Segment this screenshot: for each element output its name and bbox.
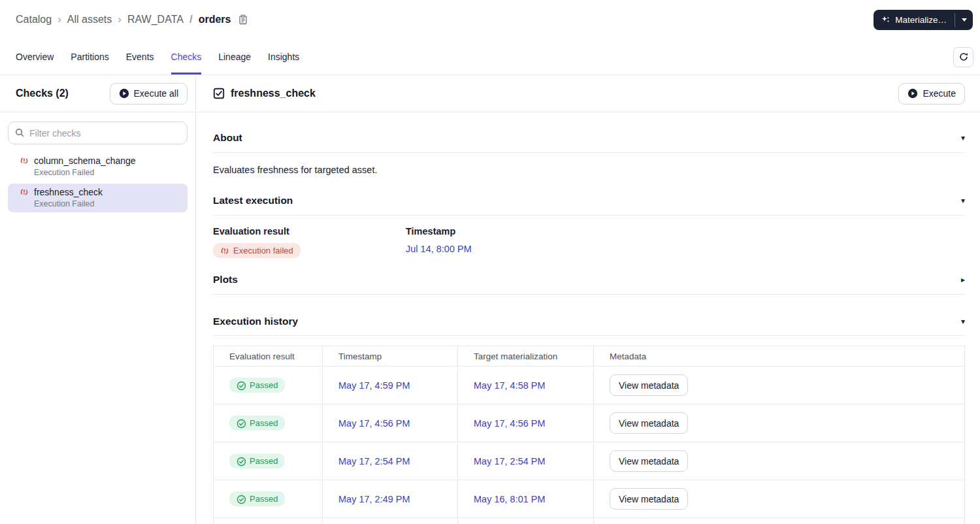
check-item-name: column_schema_change [34, 156, 136, 166]
check-item-status: Execution Failed [34, 168, 182, 177]
breadcrumb-catalog[interactable]: Catalog [16, 14, 52, 25]
refresh-button[interactable] [953, 47, 973, 67]
execute-all-label: Execute all [134, 88, 178, 99]
check-list: column_schema_changeExecution Failedfres… [0, 152, 195, 212]
chevron-right-icon[interactable]: ▸ [961, 276, 965, 284]
check-detail-panel: freshness_check Execute About ▾ Evaluate… [196, 75, 980, 524]
view-metadata-button[interactable]: View metadata [610, 488, 688, 510]
evaluation-result-label: Evaluation result [213, 226, 406, 237]
check-list-item-column_schema_change[interactable]: column_schema_changeExecution Failed [8, 152, 188, 181]
execution-history-section-header: Execution history ▾ [213, 295, 965, 335]
check-detail-title: freshness_check [231, 88, 316, 99]
tab-partitions[interactable]: Partitions [71, 39, 108, 74]
filter-checks-input[interactable] [8, 122, 188, 144]
refresh-icon [958, 52, 969, 62]
execution-history-title: Execution history [213, 316, 298, 327]
sync-error-icon [20, 188, 29, 197]
table-row: PassedMay 17, 2:49 PMMay 16, 8:01 PMView… [214, 480, 965, 518]
check-list-item-freshness_check[interactable]: freshness_checkExecution Failed [8, 184, 188, 212]
tab-bar: OverviewPartitionsEventsChecksLineageIns… [0, 39, 980, 75]
play-circle-icon [907, 88, 918, 99]
table-header-row: Evaluation resultTimestampTarget materia… [214, 346, 965, 367]
chevron-down-icon[interactable]: ▾ [961, 134, 965, 142]
materialize-split-button: Materialize… [874, 10, 973, 30]
check-item-name: freshness_check [34, 187, 103, 197]
passed-badge: Passed [229, 416, 285, 431]
target-materialization-link[interactable]: May 17, 4:56 PM [474, 418, 546, 429]
check-circle-icon [237, 495, 246, 504]
passed-badge: Passed [229, 378, 285, 393]
breadcrumb: Catalog › All assets › RAW_DATA / orders [16, 13, 248, 26]
plots-title: Plots [213, 274, 238, 286]
execution-history-table: Evaluation resultTimestampTarget materia… [213, 346, 965, 524]
caret-down-icon [962, 18, 967, 22]
about-title: About [213, 132, 242, 144]
execute-label: Execute [923, 88, 956, 99]
table-row: PassedMay 17, 2:54 PMMay 17, 2:54 PMView… [214, 442, 965, 480]
chevron-down-icon[interactable]: ▾ [961, 318, 965, 325]
column-header-timestamp: Timestamp [323, 346, 458, 367]
checks-count-title: Checks (2) [16, 88, 69, 99]
sync-error-icon [20, 156, 29, 165]
check-circle-icon [237, 381, 246, 390]
checks-sidebar: Checks (2) Execute all column_schema_cha… [0, 75, 196, 524]
tab-insights[interactable]: Insights [268, 39, 299, 74]
tab-bar-tabs: OverviewPartitionsEventsChecksLineageIns… [16, 39, 299, 74]
tab-checks[interactable]: Checks [171, 39, 202, 74]
execute-all-button[interactable]: Execute all [110, 83, 188, 105]
checkbox-check-icon [213, 88, 225, 99]
play-circle-icon [119, 88, 129, 99]
table-row-partial [214, 518, 965, 524]
about-section-header: About ▾ [213, 112, 965, 152]
breadcrumb-asset-name: orders [199, 14, 231, 25]
check-circle-icon [237, 457, 246, 466]
timestamp-label: Timestamp [406, 226, 472, 237]
table-row: PassedMay 17, 4:56 PMMay 17, 4:56 PMView… [214, 404, 965, 442]
about-description: Evaluates freshness for targeted asset. [213, 153, 965, 175]
tab-events[interactable]: Events [126, 39, 154, 74]
plots-section-header: Plots ▸ [213, 258, 965, 294]
column-header-evaluation-result: Evaluation result [214, 346, 323, 367]
materialize-button-label: Materialize… [895, 15, 947, 25]
top-header: Catalog › All assets › RAW_DATA / orders… [0, 0, 980, 39]
execution-timestamp-link[interactable]: May 17, 4:56 PM [338, 418, 410, 429]
sparkle-icon [881, 15, 890, 24]
sync-error-icon [220, 246, 229, 255]
execution-timestamp-link[interactable]: May 17, 2:54 PM [338, 456, 410, 467]
column-header-metadata: Metadata [594, 346, 965, 367]
breadcrumb-separator: › [57, 14, 61, 26]
execution-failed-badge: Execution failed [213, 243, 301, 258]
passed-badge: Passed [229, 491, 285, 506]
materialize-dropdown-button[interactable] [955, 10, 973, 30]
latest-execution-title: Latest execution [213, 195, 293, 206]
breadcrumb-asset-group[interactable]: RAW_DATA [127, 14, 184, 25]
tab-lineage[interactable]: Lineage [218, 39, 251, 74]
check-circle-icon [237, 419, 246, 428]
execute-button[interactable]: Execute [898, 83, 965, 105]
table-row: PassedMay 17, 4:59 PMMay 17, 4:58 PMView… [214, 367, 965, 404]
latest-execution-section-header: Latest execution ▾ [213, 175, 965, 215]
view-metadata-button[interactable]: View metadata [610, 374, 688, 396]
materialize-button[interactable]: Materialize… [874, 10, 955, 30]
search-icon [14, 127, 25, 138]
breadcrumb-separator: › [118, 14, 122, 26]
view-metadata-button[interactable]: View metadata [610, 450, 688, 472]
execution-timestamp-link[interactable]: May 17, 4:59 PM [338, 380, 410, 391]
chevron-down-icon[interactable]: ▾ [961, 197, 965, 205]
table-body: PassedMay 17, 4:59 PMMay 17, 4:58 PMView… [214, 367, 965, 524]
tab-overview[interactable]: Overview [16, 39, 54, 74]
breadcrumb-all-assets[interactable]: All assets [67, 14, 112, 25]
target-materialization-link[interactable]: May 17, 4:58 PM [474, 380, 546, 391]
target-materialization-link[interactable]: May 16, 8:01 PM [474, 494, 546, 504]
latest-timestamp-link[interactable]: Jul 14, 8:00 PM [406, 244, 472, 254]
passed-badge: Passed [229, 453, 285, 468]
column-header-target-materialization: Target materialization [458, 346, 594, 367]
execution-timestamp-link[interactable]: May 17, 2:49 PM [338, 494, 410, 504]
check-item-status: Execution Failed [34, 199, 182, 208]
view-metadata-button[interactable]: View metadata [610, 412, 688, 434]
clipboard-copy-icon[interactable] [238, 14, 248, 25]
breadcrumb-slash: / [189, 13, 193, 26]
target-materialization-link[interactable]: May 17, 2:54 PM [474, 456, 546, 467]
